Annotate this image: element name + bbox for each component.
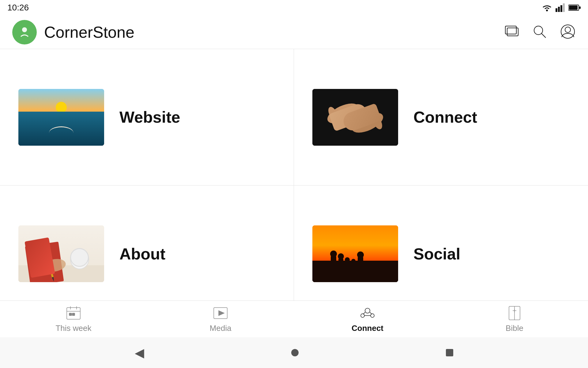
account-icon-button[interactable] (560, 24, 576, 41)
nav-media-label: Media (210, 324, 232, 333)
svg-point-59 (371, 314, 374, 317)
connect-svg (312, 89, 398, 146)
header-left: CornerStone (12, 20, 134, 44)
svg-rect-2 (558, 7, 560, 12)
back-button[interactable]: ◀ (135, 346, 144, 360)
svg-rect-15 (18, 89, 104, 146)
svg-point-58 (361, 314, 364, 317)
svg-point-34 (318, 265, 392, 278)
about-svg (18, 225, 104, 282)
svg-rect-37 (338, 259, 343, 273)
svg-rect-39 (345, 262, 349, 273)
connect-thumbnail (312, 89, 398, 146)
svg-line-48 (355, 265, 358, 267)
svg-rect-19 (312, 89, 398, 146)
svg-rect-35 (331, 256, 336, 273)
svg-point-14 (565, 27, 571, 33)
nav-bible-label: Bible (506, 324, 523, 333)
header-right (503, 24, 576, 41)
app-header: CornerStone (0, 15, 588, 49)
signal-icon (556, 3, 565, 12)
calendar-icon (66, 305, 81, 321)
svg-rect-33 (312, 271, 398, 282)
svg-point-28 (72, 255, 87, 259)
svg-rect-6 (569, 6, 578, 10)
svg-point-40 (345, 257, 350, 262)
account-icon (560, 24, 576, 40)
website-label: Website (119, 108, 180, 126)
nav-this-week[interactable]: This week (43, 305, 104, 333)
svg-rect-54 (72, 313, 75, 316)
svg-rect-32 (312, 225, 398, 282)
connect-cell[interactable]: Connect (294, 49, 588, 186)
nav-connect[interactable]: Connect (337, 305, 398, 333)
battery-icon (568, 4, 581, 11)
connect-image (312, 89, 398, 146)
bottom-nav: This week Media Connect Bible (0, 301, 588, 337)
app-logo (12, 20, 37, 44)
status-icons (541, 3, 581, 12)
main-grid: Website Connect (0, 49, 588, 322)
svg-rect-3 (560, 5, 562, 12)
android-nav: ◀ (0, 337, 588, 368)
social-svg (312, 225, 398, 282)
nav-this-week-label: This week (55, 324, 91, 333)
svg-line-61 (370, 312, 372, 314)
website-image (18, 89, 104, 146)
bible-icon (507, 305, 522, 321)
nav-connect-label: Connect (352, 324, 383, 333)
chat-icon-button[interactable] (503, 24, 519, 41)
website-thumbnail (18, 89, 104, 146)
search-icon (532, 24, 548, 40)
svg-rect-43 (358, 257, 363, 273)
svg-point-36 (330, 251, 337, 257)
svg-rect-41 (352, 263, 355, 273)
app-title: CornerStone (44, 23, 134, 41)
about-label: About (119, 245, 165, 263)
search-icon-button[interactable] (532, 24, 548, 41)
social-label: Social (413, 245, 460, 263)
social-thumbnail (312, 225, 398, 282)
nav-bible[interactable]: Bible (484, 305, 545, 333)
media-icon (213, 305, 228, 321)
svg-rect-4 (563, 3, 565, 12)
svg-point-27 (70, 249, 89, 269)
connect-nav-icon (360, 305, 375, 321)
website-cell[interactable]: Website (0, 49, 294, 186)
svg-line-12 (541, 33, 546, 38)
svg-point-57 (365, 308, 370, 313)
svg-point-11 (534, 26, 543, 35)
svg-point-18 (56, 102, 67, 113)
connect-label: Connect (413, 108, 477, 126)
about-image (18, 225, 104, 282)
nav-media[interactable]: Media (190, 305, 251, 333)
about-thumbnail (18, 225, 104, 282)
recents-button[interactable] (446, 349, 453, 356)
home-button[interactable] (291, 349, 299, 356)
logo-icon (18, 25, 31, 39)
svg-point-38 (338, 253, 344, 259)
chat-icon (503, 24, 519, 40)
svg-rect-7 (579, 6, 581, 9)
svg-rect-1 (556, 8, 557, 12)
status-time: 10:26 (7, 3, 29, 13)
svg-point-8 (22, 27, 27, 32)
svg-marker-56 (219, 311, 224, 316)
wifi-icon (541, 3, 552, 12)
svg-rect-16 (18, 120, 104, 146)
social-image (312, 225, 398, 282)
website-svg (18, 89, 104, 146)
status-bar: 10:26 (0, 0, 588, 15)
svg-rect-53 (69, 313, 72, 316)
svg-point-42 (351, 259, 356, 263)
svg-point-44 (357, 251, 364, 258)
svg-line-60 (363, 312, 365, 314)
svg-point-0 (546, 10, 548, 11)
